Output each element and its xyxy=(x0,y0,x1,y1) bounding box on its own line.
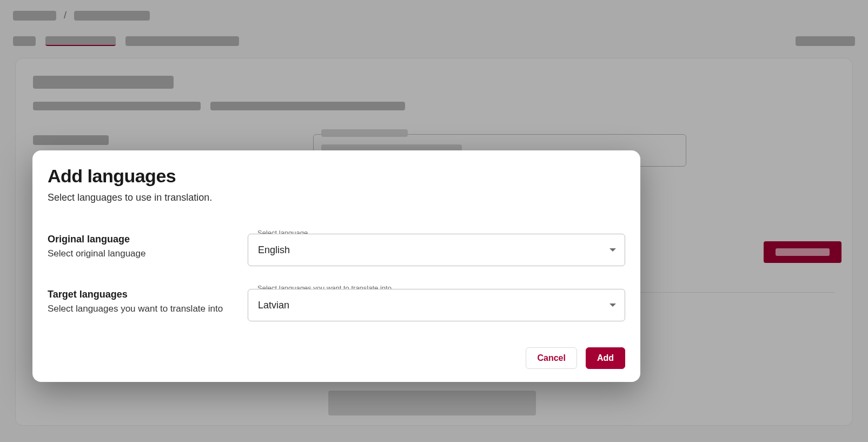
target-languages-label: Target languages xyxy=(48,289,226,300)
modal-subtitle: Select languages to use in translation. xyxy=(48,192,625,203)
original-language-hint: Select original language xyxy=(48,248,226,259)
chevron-down-icon xyxy=(609,304,616,307)
chevron-down-icon xyxy=(609,248,616,252)
target-languages-hint: Select languages you want to translate i… xyxy=(48,304,226,314)
original-language-row: Original language Select original langua… xyxy=(48,234,625,266)
target-languages-select-value: Latvian xyxy=(258,300,289,311)
original-language-label: Original language xyxy=(48,234,226,245)
target-languages-row: Target languages Select languages you wa… xyxy=(48,289,625,321)
add-button[interactable]: Add xyxy=(586,347,625,369)
cancel-button[interactable]: Cancel xyxy=(526,347,577,369)
modal-title: Add languages xyxy=(48,166,625,187)
original-language-select[interactable]: English xyxy=(248,234,625,266)
target-languages-select[interactable]: Latvian xyxy=(248,289,625,321)
original-language-select-value: English xyxy=(258,245,290,256)
modal-actions: Cancel Add xyxy=(48,347,625,369)
add-languages-modal: Add languages Select languages to use in… xyxy=(32,150,640,382)
